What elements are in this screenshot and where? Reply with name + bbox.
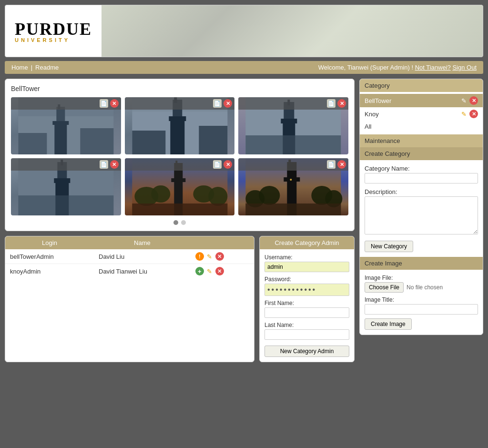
password-input[interactable] — [264, 284, 349, 296]
gallery-close-icon[interactable]: ✕ — [337, 160, 346, 169]
gallery-doc-icon[interactable]: 📄 — [327, 99, 336, 108]
category-item-belltower[interactable]: BellTower ✎ ✕ — [360, 94, 483, 107]
welcome-text: Welcome, Tianwei (Super Admin) ! — [318, 64, 413, 71]
gallery-close-icon[interactable]: ✕ — [224, 160, 232, 169]
category-edit-icon[interactable]: ✎ — [459, 110, 468, 118]
category-delete-icon[interactable]: ✕ — [469, 110, 478, 118]
gallery-overlay: 📄 ✕ — [11, 97, 121, 110]
new-category-button[interactable]: New Category — [365, 241, 413, 252]
edit-icon[interactable]: ✎ — [205, 267, 214, 275]
cell-login: bellTowerAdmin — [5, 249, 94, 264]
category-name-input[interactable] — [365, 173, 478, 183]
gallery-doc-icon[interactable]: 📄 — [213, 160, 222, 169]
lastname-input[interactable] — [264, 329, 349, 340]
cell-name: David Tianwei Liu — [94, 264, 191, 279]
description-label: Description: — [365, 188, 478, 195]
gallery-overlay: 📄 ✕ — [238, 158, 348, 171]
firstname-input[interactable] — [264, 307, 349, 318]
svg-rect-11 — [169, 116, 186, 121]
create-image-form: Image File: Choose File No file chosen I… — [360, 270, 483, 335]
svg-point-46 — [290, 179, 292, 181]
create-category-form: Category Name: Description: New Category — [360, 160, 483, 257]
svg-rect-45 — [246, 204, 341, 215]
username-input[interactable] — [264, 262, 349, 272]
password-label: Password: — [264, 276, 349, 283]
category-name-group: Category Name: — [365, 165, 478, 183]
col-actions — [191, 236, 254, 249]
navbar-left: Home | Readme — [11, 64, 59, 71]
gallery-overlay: 📄 ✕ — [238, 97, 348, 110]
svg-point-32 — [208, 187, 227, 206]
sign-out-link[interactable]: Sign Out — [452, 64, 477, 71]
gallery-close-icon[interactable]: ✕ — [224, 99, 232, 108]
new-category-admin-button[interactable]: New Category Admin — [264, 346, 349, 357]
category-delete-icon[interactable]: ✕ — [469, 96, 478, 105]
navbar: Home | Readme Welcome, Tianwei (Super Ad… — [5, 61, 483, 74]
not-user-link[interactable]: Not Tianwei? — [415, 64, 451, 71]
gallery-doc-icon[interactable]: 📄 — [100, 160, 108, 169]
edit-icon[interactable]: ✎ — [205, 252, 214, 261]
cell-actions: ! ✎ ✕ — [191, 249, 254, 264]
delete-icon[interactable]: ✕ — [215, 267, 224, 275]
category-item-knoy[interactable]: Knoy ✎ ✕ — [360, 107, 483, 121]
svg-rect-14 — [132, 131, 165, 154]
create-admin-section: Create Category Admin Username: Password… — [259, 236, 355, 362]
gallery-close-icon[interactable]: ✕ — [337, 99, 346, 108]
svg-rect-7 — [80, 128, 113, 154]
category-actions: ✎ ✕ — [459, 96, 478, 105]
gallery-dot[interactable] — [173, 220, 178, 225]
svg-rect-3 — [52, 121, 69, 125]
svg-rect-12 — [170, 121, 184, 154]
nav-readme[interactable]: Readme — [35, 64, 59, 71]
add-icon[interactable]: + — [195, 267, 204, 275]
choose-file-button[interactable]: Choose File — [365, 282, 404, 293]
firstname-label: First Name: — [264, 300, 349, 306]
category-list: BellTower ✎ ✕ Knoy ✎ ✕ All — [360, 92, 483, 134]
description-input[interactable] — [365, 196, 478, 234]
gallery-item: 📄 ✕ — [238, 97, 348, 154]
right-panel: Category BellTower ✎ ✕ Knoy ✎ ✕ — [359, 79, 483, 335]
username-group: Username: — [264, 254, 349, 272]
gallery-doc-icon[interactable]: 📄 — [327, 160, 336, 169]
category-edit-icon[interactable]: ✎ — [459, 96, 468, 105]
cell-name: David Liu — [94, 249, 191, 264]
gallery-overlay: 📄 ✕ — [125, 158, 235, 171]
warning-icon[interactable]: ! — [195, 252, 204, 261]
svg-rect-21 — [246, 135, 341, 154]
svg-rect-43 — [284, 177, 300, 182]
gallery-item: 📄 ✕ — [11, 158, 121, 215]
category-name: All — [365, 123, 371, 130]
action-icons: + ✎ ✕ — [195, 267, 249, 275]
gallery-item: 📄 ✕ — [125, 158, 235, 215]
svg-rect-4 — [54, 125, 67, 154]
svg-rect-34 — [171, 178, 185, 182]
gallery-doc-icon[interactable]: 📄 — [213, 99, 222, 108]
bottom-panel: Login Name bellTowerAdmin David Liu — [5, 236, 355, 362]
create-admin-form: Username: Password: First Name: Las — [260, 249, 354, 362]
gallery-doc-icon[interactable]: 📄 — [100, 99, 108, 108]
category-item-all[interactable]: All — [360, 121, 483, 132]
gallery-dot[interactable] — [181, 220, 186, 225]
gallery-overlay: 📄 ✕ — [125, 97, 235, 110]
gallery-item: 📄 ✕ — [125, 97, 235, 154]
lastname-label: Last Name: — [264, 322, 349, 328]
gallery-close-icon[interactable]: ✕ — [110, 99, 119, 108]
firstname-group: First Name: — [264, 300, 349, 318]
svg-rect-18 — [281, 119, 297, 123]
create-image-button[interactable]: Create Image — [365, 318, 412, 330]
file-row: Choose File No file chosen — [365, 282, 478, 293]
cell-login: knoyAdmin — [5, 264, 94, 279]
maintenance-header: Maintenance — [360, 134, 483, 147]
create-admin-title: Create Category Admin — [260, 236, 354, 249]
svg-rect-27 — [18, 195, 113, 215]
delete-icon[interactable]: ✕ — [215, 252, 224, 261]
gallery-item: 📄 ✕ — [238, 158, 348, 215]
category-actions: ✎ ✕ — [459, 110, 478, 118]
image-title-input[interactable] — [365, 304, 478, 315]
image-title-label: Image Title: — [365, 296, 478, 303]
main-layout: BellTower — [5, 79, 483, 362]
gallery-close-icon[interactable]: ✕ — [110, 160, 119, 169]
nav-home[interactable]: Home — [11, 64, 28, 71]
users-section: Login Name bellTowerAdmin David Liu — [5, 236, 254, 362]
navbar-right: Welcome, Tianwei (Super Admin) ! Not Tia… — [318, 64, 477, 71]
